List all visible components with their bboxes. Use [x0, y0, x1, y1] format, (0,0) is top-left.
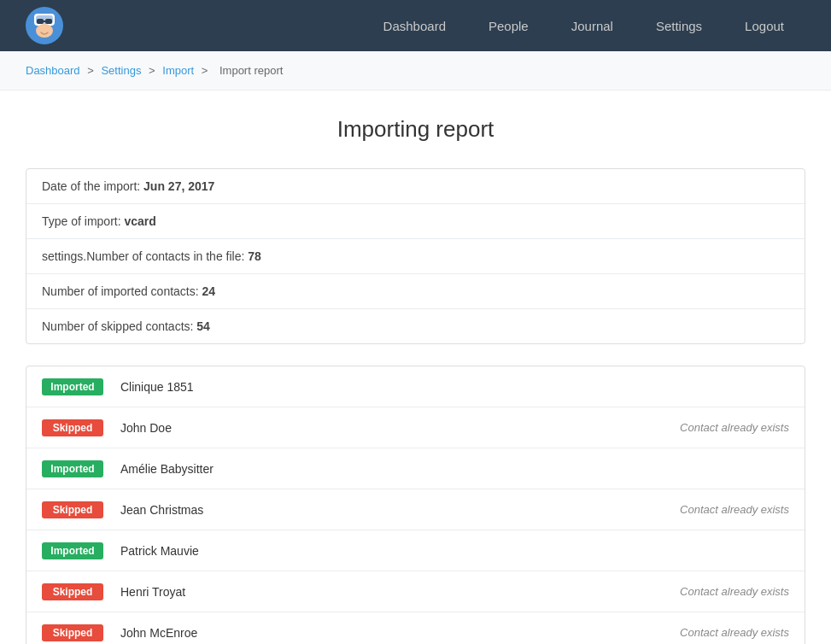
- report-type-label: Type of import:: [42, 214, 121, 228]
- contact-row: Imported Amélie Babysitter: [26, 448, 805, 489]
- breadcrumb-import[interactable]: Import: [162, 64, 194, 77]
- report-skipped-row: Number of skipped contacts: 54: [26, 309, 805, 343]
- contact-reason: Contact already exists: [680, 503, 789, 516]
- report-skipped-label: Number of skipped contacts:: [42, 319, 193, 333]
- report-type-row: Type of import: vcard: [26, 204, 805, 239]
- breadcrumb-sep-3: >: [202, 64, 211, 77]
- contact-reason: Contact already exists: [680, 421, 789, 434]
- main-content: Importing report Date of the import: Jun…: [0, 91, 831, 644]
- nav-logout[interactable]: Logout: [723, 0, 805, 51]
- contact-status-badge: Imported: [42, 460, 103, 477]
- svg-point-6: [36, 24, 53, 38]
- svg-rect-4: [45, 19, 52, 24]
- contact-row: Skipped John McEnroe Contact already exi…: [26, 612, 805, 644]
- report-date-label: Date of the import:: [42, 179, 140, 193]
- contact-row: Skipped Henri Troyat Contact already exi…: [26, 571, 805, 612]
- nav-people[interactable]: People: [467, 0, 550, 51]
- contact-name: Clinique 1851: [120, 380, 789, 394]
- contact-status-badge: Skipped: [42, 624, 103, 641]
- report-imported-row: Number of imported contacts: 24: [26, 274, 805, 309]
- contact-name: John McEnroe: [120, 626, 680, 640]
- svg-rect-3: [37, 19, 44, 24]
- contact-row: Skipped Jean Christmas Contact already e…: [26, 489, 805, 530]
- breadcrumb-dashboard[interactable]: Dashboard: [26, 64, 80, 77]
- header: Dashboard People Journal Settings Logout: [0, 0, 831, 51]
- contact-status-badge: Imported: [42, 542, 103, 559]
- page-title: Importing report: [26, 116, 805, 143]
- report-type-value: vcard: [124, 214, 155, 228]
- nav-dashboard[interactable]: Dashboard: [362, 0, 467, 51]
- report-imported-label: Number of imported contacts:: [42, 284, 199, 298]
- breadcrumb: Dashboard > Settings > Import > Import r…: [0, 51, 831, 91]
- contact-name: John Doe: [120, 421, 680, 435]
- svg-rect-5: [44, 20, 45, 22]
- nav-settings[interactable]: Settings: [635, 0, 723, 51]
- report-info-box: Date of the import: Jun 27, 2017 Type of…: [26, 168, 805, 344]
- contact-reason: Contact already exists: [680, 585, 789, 598]
- main-nav: Dashboard People Journal Settings Logout: [362, 0, 805, 51]
- contact-status-badge: Skipped: [42, 501, 103, 518]
- report-date-value: Jun 27, 2017: [143, 179, 214, 193]
- contacts-list: Imported Clinique 1851 Skipped John Doe …: [26, 366, 805, 644]
- report-imported-value: 24: [202, 284, 216, 298]
- report-skipped-value: 54: [196, 319, 210, 333]
- contact-status-badge: Skipped: [42, 419, 103, 436]
- nav-journal[interactable]: Journal: [550, 0, 635, 51]
- contact-reason: Contact already exists: [680, 626, 789, 639]
- breadcrumb-sep-2: >: [149, 64, 158, 77]
- contact-name: Henri Troyat: [120, 585, 680, 599]
- report-file-contacts-value: 78: [248, 249, 261, 263]
- contact-name: Patrick Mauvie: [120, 544, 789, 558]
- contact-status-badge: Skipped: [42, 583, 103, 600]
- contact-status-badge: Imported: [42, 378, 103, 395]
- breadcrumb-settings[interactable]: Settings: [101, 64, 141, 77]
- report-date-row: Date of the import: Jun 27, 2017: [26, 169, 805, 204]
- report-file-contacts-label: settings.Number of contacts in the file:: [42, 249, 244, 263]
- contact-row: Skipped John Doe Contact already exists: [26, 407, 805, 448]
- logo[interactable]: [26, 7, 63, 44]
- contact-name: Amélie Babysitter: [120, 462, 789, 476]
- breadcrumb-sep-1: >: [87, 64, 97, 77]
- contact-name: Jean Christmas: [120, 503, 680, 517]
- breadcrumb-current: Import report: [219, 64, 283, 77]
- contact-row: Imported Clinique 1851: [26, 366, 805, 407]
- contact-row: Imported Patrick Mauvie: [26, 530, 805, 571]
- report-file-contacts-row: settings.Number of contacts in the file:…: [26, 239, 805, 274]
